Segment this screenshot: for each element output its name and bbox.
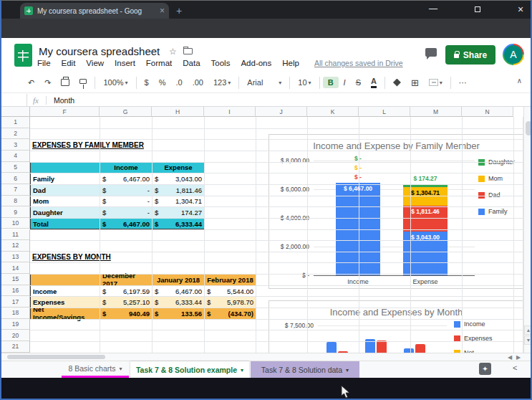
- bold-button[interactable]: B: [323, 77, 339, 88]
- menu-edit[interactable]: Edit: [62, 59, 76, 67]
- tab-dropdown-icon[interactable]: ▾: [119, 366, 122, 372]
- decrease-decimal-button[interactable]: .0: [171, 77, 188, 88]
- menu-view[interactable]: View: [86, 59, 104, 67]
- column-header-K[interactable]: K: [307, 107, 359, 117]
- window-restore-button[interactable]: [467, 4, 488, 14]
- horizontal-scrollbar[interactable]: ◀ ▶: [1, 353, 532, 361]
- column-header-N[interactable]: N: [462, 107, 513, 117]
- explore-button[interactable]: ✦: [479, 363, 491, 375]
- scroll-up-icon[interactable]: ▲: [524, 325, 532, 335]
- t2-header-blank[interactable]: [30, 274, 100, 286]
- more-formats-button[interactable]: 123▾: [208, 77, 236, 88]
- t1-expense[interactable]: $3,043.00: [152, 173, 205, 185]
- menu-data[interactable]: Data: [183, 59, 200, 67]
- row-header-16[interactable]: 16: [1, 285, 30, 297]
- collapse-toolbar-icon[interactable]: ∧: [517, 77, 522, 85]
- undo-icon[interactable]: ↶: [23, 77, 39, 89]
- formula-input[interactable]: Month: [54, 96, 74, 105]
- font-select[interactable]: Arial▾: [242, 77, 286, 88]
- format-currency-button[interactable]: $: [140, 77, 154, 88]
- t1-header-expense[interactable]: Expense: [152, 162, 205, 174]
- t2-label-0[interactable]: Income: [30, 285, 100, 297]
- t2-value[interactable]: $(434.70): [204, 308, 256, 320]
- t2-value[interactable]: $6,467.00: [152, 285, 205, 297]
- row-header-20[interactable]: 20: [1, 330, 30, 341]
- row-header-8[interactable]: 8: [1, 196, 30, 207]
- paint-format-icon[interactable]: [74, 80, 92, 85]
- row-header-3[interactable]: 3: [1, 139, 30, 151]
- collapse-panel-icon[interactable]: <: [513, 363, 517, 372]
- select-all-corner[interactable]: [1, 107, 30, 117]
- t1-header-income[interactable]: Income: [100, 162, 153, 174]
- scroll-right-icon[interactable]: ▶: [516, 354, 521, 361]
- menu-format[interactable]: Format: [146, 59, 172, 67]
- column-header-M[interactable]: M: [410, 107, 462, 117]
- account-avatar[interactable]: A: [503, 44, 524, 65]
- t2-value[interactable]: $5,257.10: [100, 296, 153, 308]
- t1-expense[interactable]: $1,811.46: [152, 184, 205, 196]
- scroll-left-icon[interactable]: ◀: [508, 354, 512, 361]
- t1-expense[interactable]: $1,304.71: [152, 196, 205, 208]
- tab-close-icon[interactable]: ×: [160, 6, 165, 15]
- more-toolbar-icon[interactable]: ⋯: [454, 77, 472, 89]
- column-header-H[interactable]: H: [152, 107, 204, 117]
- move-folder-icon[interactable]: [183, 48, 193, 54]
- sheets-logo[interactable]: [14, 44, 32, 67]
- t1-income[interactable]: $-: [100, 206, 153, 219]
- t1-expense[interactable]: $174.27: [152, 206, 205, 219]
- menu-addons[interactable]: Add-ons: [241, 59, 271, 67]
- star-document-icon[interactable]: ☆: [169, 47, 177, 57]
- t2-value[interactable]: $5,544.00: [204, 285, 256, 297]
- column-header-I[interactable]: I: [204, 107, 256, 117]
- t1-income[interactable]: $-: [100, 196, 153, 208]
- t1-label-Family[interactable]: Family: [30, 173, 100, 185]
- column-header-G[interactable]: G: [100, 107, 152, 117]
- strikethrough-button[interactable]: S: [351, 77, 366, 88]
- column-header-F[interactable]: F: [30, 107, 100, 117]
- document-title[interactable]: My coursera spreadsheet: [39, 45, 160, 57]
- tab-dropdown-icon[interactable]: ▾: [241, 367, 243, 373]
- share-button[interactable]: Share: [445, 45, 495, 65]
- t1-label-Total[interactable]: Total: [30, 218, 100, 230]
- fill-color-button[interactable]: [388, 77, 406, 88]
- t1-income[interactable]: $6,467.00: [100, 218, 153, 230]
- row-header-15[interactable]: 15: [1, 274, 30, 285]
- menu-insert[interactable]: Insert: [115, 59, 135, 67]
- t2-header-1[interactable]: January 2018: [152, 274, 205, 286]
- menu-help[interactable]: Help: [282, 59, 299, 67]
- row-header-6[interactable]: 6: [1, 173, 30, 184]
- t2-value[interactable]: $133.56: [152, 308, 205, 320]
- t2-header-2[interactable]: February 2018: [204, 274, 256, 286]
- t1-label-Mom[interactable]: Mom: [30, 196, 100, 208]
- row-header-17[interactable]: 17: [1, 296, 30, 308]
- t2-label-1[interactable]: Expenses: [30, 296, 100, 308]
- column-header-L[interactable]: L: [359, 107, 410, 117]
- menu-file[interactable]: File: [37, 59, 51, 67]
- row-header-5[interactable]: 5: [1, 162, 30, 173]
- horizontal-scrollbar-thumb[interactable]: [7, 355, 105, 359]
- row-header-19[interactable]: 19: [1, 319, 30, 330]
- t2-header-0[interactable]: December 2017: [100, 274, 153, 286]
- sheet-tab-solution-data[interactable]: Task 7 & 8 Solution data▾: [251, 361, 359, 378]
- scroll-down-icon[interactable]: ▼: [524, 335, 532, 345]
- font-size-select[interactable]: 10▾: [293, 77, 316, 88]
- print-icon[interactable]: [56, 77, 74, 87]
- row-header-1[interactable]: 1: [1, 117, 30, 128]
- browser-tab[interactable]: My coursera spreadsheet - Goog ×: [20, 3, 169, 19]
- merge-cells-button[interactable]: ▾: [424, 77, 448, 87]
- t1-income[interactable]: $6,467.00: [100, 173, 153, 185]
- saved-status[interactable]: All changes saved in Drive: [314, 59, 403, 67]
- row-header-7[interactable]: 7: [1, 184, 30, 196]
- row-header-12[interactable]: 12: [1, 240, 30, 252]
- window-minimize-button[interactable]: —: [422, 4, 444, 14]
- row-header-9[interactable]: 9: [1, 206, 30, 218]
- sheet-tab-basic-charts[interactable]: 8 Basic charts▾: [62, 361, 129, 376]
- tab-dropdown-icon[interactable]: ▾: [346, 367, 349, 373]
- row-header-14[interactable]: 14: [1, 262, 30, 274]
- t2-value[interactable]: $5,978.70: [204, 296, 256, 308]
- window-close-button[interactable]: ×: [510, 4, 531, 15]
- t1-expense[interactable]: $6,333.44: [152, 218, 205, 230]
- comment-icon[interactable]: [425, 48, 437, 57]
- text-color-button[interactable]: A: [366, 76, 382, 90]
- row-header-2[interactable]: 2: [1, 128, 30, 140]
